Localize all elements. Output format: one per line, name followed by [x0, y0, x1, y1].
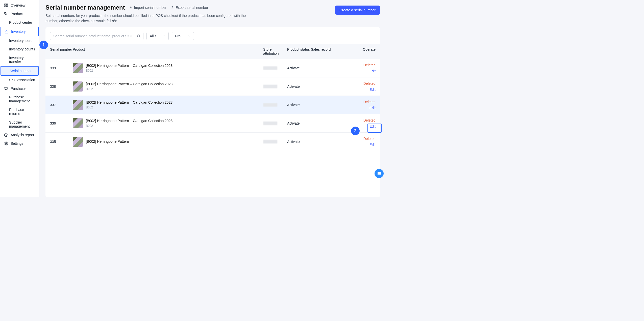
- gear-icon: [4, 141, 8, 145]
- status-cell: Activate: [287, 140, 311, 144]
- nav-sku-association[interactable]: SKU association: [0, 76, 39, 84]
- nav-purchase-returns[interactable]: Purchase returns: [0, 105, 39, 118]
- product-sku: B002: [86, 124, 172, 128]
- separator: |: [367, 124, 368, 128]
- nav-settings[interactable]: Settings: [0, 139, 39, 148]
- annotation-badge-2: 2: [351, 127, 360, 135]
- delete-link[interactable]: Deleted: [359, 81, 376, 85]
- store-cell: [263, 66, 287, 70]
- separator: |: [367, 143, 368, 147]
- product-cell: [B002] Herringbone Pattern – Cardigan Co…: [73, 100, 263, 110]
- edit-link[interactable]: Edit: [369, 106, 376, 110]
- table-row[interactable]: 339 [B002] Herringbone Pattern – Cardiga…: [45, 59, 380, 77]
- nav-purchase[interactable]: Purchase: [0, 84, 39, 93]
- grid-icon: [4, 3, 8, 7]
- edit-link[interactable]: Edit: [369, 124, 376, 128]
- product-name: [B002] Herringbone Pattern – Cardigan Co…: [86, 82, 172, 86]
- product-thumbnail: [73, 100, 83, 110]
- svg-point-4: [5, 13, 5, 13]
- search-input[interactable]: [50, 32, 143, 40]
- import-label: Import serial number: [134, 6, 166, 10]
- delete-link[interactable]: Deleted: [359, 137, 376, 141]
- product-cell: [B002] Herringbone Pattern –: [73, 137, 263, 147]
- status-cell: Activate: [287, 121, 311, 125]
- nav-product-center[interactable]: Product center: [0, 18, 39, 27]
- product-name: [B002] Herringbone Pattern – Cardigan Co…: [86, 63, 172, 68]
- chat-fab[interactable]: [375, 169, 384, 178]
- nav-overview[interactable]: Overview: [0, 1, 39, 10]
- table-row[interactable]: 336 [B002] Herringbone Pattern – Cardiga…: [45, 114, 380, 133]
- svg-rect-2: [5, 6, 6, 7]
- table-row[interactable]: 335 [B002] Herringbone Pattern – Activat…: [45, 133, 380, 151]
- status-cell: Activate: [287, 66, 311, 70]
- nav-product[interactable]: Product: [0, 10, 39, 18]
- edit-link[interactable]: Edit: [369, 69, 376, 73]
- col-serial-header: Serial number: [50, 47, 73, 55]
- nav-supplier-management[interactable]: Supplier management: [0, 118, 39, 131]
- operate-cell: Deleted | Edit: [359, 118, 376, 128]
- nav-label: Serial number: [10, 69, 32, 73]
- delete-link[interactable]: Deleted: [359, 100, 376, 104]
- nav-inventory-transfer[interactable]: Inventory transfer: [0, 53, 39, 66]
- nav-analysis-report[interactable]: Analysis report: [0, 131, 39, 139]
- nav-inventory-counts[interactable]: Inventory counts: [0, 45, 39, 53]
- delete-link[interactable]: Deleted: [359, 118, 376, 122]
- store-cell: [263, 85, 287, 88]
- download-icon: [129, 6, 133, 9]
- nav-inventory-alert[interactable]: Inventory alert: [0, 36, 39, 45]
- upload-icon: [170, 6, 174, 9]
- main-content: Serial number management Import serial n…: [39, 0, 386, 197]
- store-cell: [263, 140, 287, 143]
- nav-label: Overview: [11, 3, 25, 7]
- delete-link[interactable]: Deleted: [359, 63, 376, 67]
- import-serial-link[interactable]: Import serial number: [129, 6, 166, 10]
- nav-label: SKU association: [9, 78, 35, 82]
- svg-rect-0: [5, 4, 6, 5]
- serial-cell: 337: [50, 103, 73, 107]
- redacted-store: [263, 140, 277, 143]
- nav-inventory[interactable]: Inventory: [1, 27, 39, 36]
- svg-point-5: [5, 90, 6, 90]
- svg-point-6: [7, 90, 7, 90]
- nav-label: Inventory alert: [9, 39, 32, 43]
- table-body: 339 [B002] Herringbone Pattern – Cardiga…: [45, 59, 380, 197]
- chevron-down-icon: [162, 35, 165, 38]
- edit-link[interactable]: Edit: [369, 87, 376, 92]
- redacted-store: [263, 85, 277, 88]
- nav-label: Product center: [9, 20, 32, 24]
- table-row[interactable]: 337 [B002] Herringbone Pattern – Cardiga…: [45, 96, 380, 114]
- svg-point-7: [6, 143, 7, 144]
- redacted-store: [263, 122, 277, 125]
- select-value: All stores: [150, 34, 160, 38]
- create-serial-button[interactable]: Create a serial number: [335, 6, 380, 15]
- chevron-down-icon: [188, 35, 191, 38]
- status-filter-select[interactable]: Product s…: [172, 32, 194, 40]
- serial-cell: 338: [50, 84, 73, 89]
- edit-link[interactable]: Edit: [369, 143, 376, 147]
- separator: |: [367, 106, 368, 110]
- product-sku: B002: [86, 105, 172, 109]
- product-cell: [B002] Herringbone Pattern – Cardigan Co…: [73, 118, 263, 128]
- content-card: All stores Product s… Serial number Prod…: [45, 27, 380, 197]
- store-filter-select[interactable]: All stores: [146, 32, 169, 40]
- product-sku: B002: [86, 87, 172, 91]
- nav-purchase-management[interactable]: Purchase management: [0, 93, 39, 105]
- annotation-badge-1: 1: [39, 41, 48, 49]
- sidebar: Overview Product Product center Inventor…: [0, 0, 39, 197]
- product-thumbnail: [73, 63, 83, 73]
- nav-label: Analysis report: [11, 133, 34, 137]
- nav-serial-number[interactable]: Serial number: [1, 66, 39, 76]
- product-name: [B002] Herringbone Pattern – Cardigan Co…: [86, 119, 172, 123]
- nav-label: Inventory: [11, 30, 26, 34]
- redacted-store: [263, 66, 277, 70]
- separator: |: [367, 69, 368, 73]
- select-value: Product s…: [175, 34, 186, 38]
- nav-label: Settings: [11, 141, 23, 145]
- table-row[interactable]: 338 [B002] Herringbone Pattern – Cardiga…: [45, 77, 380, 96]
- export-label: Export serial number: [176, 6, 208, 10]
- search-input-wrapper[interactable]: [50, 32, 143, 40]
- operate-cell: Deleted | Edit: [359, 63, 376, 73]
- serial-cell: 336: [50, 121, 73, 125]
- export-serial-link[interactable]: Export serial number: [170, 6, 208, 10]
- product-cell: [B002] Herringbone Pattern – Cardigan Co…: [73, 81, 263, 92]
